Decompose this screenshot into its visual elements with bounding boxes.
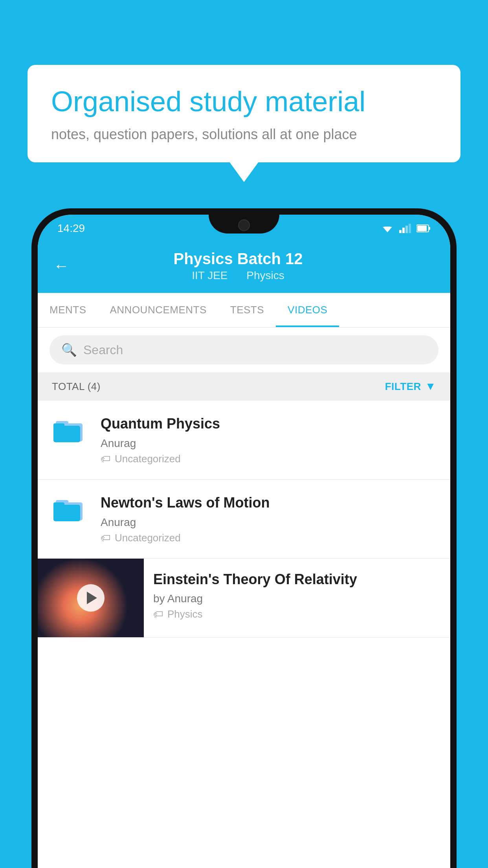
video-info-3: Einstein's Theory Of Relativity by Anura…	[144, 559, 450, 633]
folder-icon-1	[50, 415, 89, 443]
filter-label: FILTER	[385, 381, 421, 393]
back-button[interactable]: ←	[53, 257, 69, 275]
list-item[interactable]: Newton's Laws of Motion Anurag 🏷 Uncateg…	[38, 480, 450, 559]
video-author-1: Anurag	[101, 437, 438, 450]
folder-svg	[53, 415, 85, 443]
video-title-3: Einstein's Theory Of Relativity	[153, 570, 441, 589]
list-item[interactable]: Quantum Physics Anurag 🏷 Uncategorized	[38, 401, 450, 480]
bubble-title: Organised study material	[51, 85, 437, 118]
list-item[interactable]: Einstein's Theory Of Relativity by Anura…	[38, 559, 450, 638]
search-bar[interactable]: 🔍 Search	[50, 335, 438, 364]
status-bar: 14:29	[38, 215, 450, 242]
video-author-2: Anurag	[101, 516, 438, 529]
app-bar: ← Physics Batch 12 IIT JEE Physics	[38, 242, 450, 293]
app-bar-title: Physics Batch 12	[81, 250, 395, 268]
notch	[209, 215, 279, 234]
app-bar-title-container: Physics Batch 12 IIT JEE Physics	[81, 250, 395, 282]
folder-svg-2	[53, 494, 85, 522]
svg-rect-3	[402, 228, 405, 233]
tab-tests[interactable]: TESTS	[218, 293, 276, 327]
play-triangle-icon	[87, 592, 97, 604]
status-icons	[381, 224, 431, 233]
status-time: 14:29	[57, 222, 85, 235]
tag-icon-1: 🏷	[101, 453, 111, 465]
tag-text-1: Uncategorized	[115, 453, 181, 465]
tabs-container: MENTS ANNOUNCEMENTS TESTS VIDEOS	[38, 293, 450, 327]
svg-rect-8	[417, 226, 427, 231]
video-author-3: by Anurag	[153, 592, 441, 605]
filter-button[interactable]: FILTER ▼	[385, 380, 436, 393]
tag-icon-3: 🏷	[153, 608, 163, 620]
phone-screen: 14:29	[38, 215, 450, 868]
svg-rect-4	[405, 226, 408, 233]
svg-rect-7	[429, 227, 430, 230]
search-icon: 🔍	[61, 342, 77, 357]
tab-announcements[interactable]: ANNOUNCEMENTS	[98, 293, 218, 327]
front-camera	[238, 219, 250, 231]
video-title-1: Quantum Physics	[101, 415, 438, 433]
tab-videos[interactable]: VIDEOS	[276, 293, 339, 327]
video-tag-1: 🏷 Uncategorized	[101, 453, 438, 465]
svg-rect-12	[53, 423, 64, 429]
folder-icon-2	[50, 494, 89, 522]
filter-icon: ▼	[425, 380, 436, 393]
battery-icon	[416, 224, 431, 233]
tag-text-2: Uncategorized	[115, 532, 181, 544]
video-info-1: Quantum Physics Anurag 🏷 Uncategorized	[101, 415, 438, 465]
phone-frame: 14:29	[31, 208, 457, 868]
bubble-subtitle: notes, question papers, solutions all at…	[51, 126, 437, 143]
search-placeholder: Search	[83, 343, 123, 357]
tab-ments[interactable]: MENTS	[38, 293, 98, 327]
tag-text-3: Physics	[167, 608, 203, 620]
video-info-2: Newton's Laws of Motion Anurag 🏷 Uncateg…	[101, 494, 438, 544]
tag-icon-2: 🏷	[101, 532, 111, 544]
play-button[interactable]	[77, 584, 105, 612]
app-bar-subtitle: IIT JEE Physics	[81, 269, 395, 282]
video-list: Quantum Physics Anurag 🏷 Uncategorized	[38, 401, 450, 638]
speech-bubble: Organised study material notes, question…	[28, 65, 460, 162]
video-title-2: Newton's Laws of Motion	[101, 494, 438, 512]
signal-icon	[399, 224, 411, 233]
subtitle-physics: Physics	[246, 269, 284, 281]
phone-inner: 14:29	[38, 215, 450, 868]
video-tag-2: 🏷 Uncategorized	[101, 532, 438, 544]
video-tag-3: 🏷 Physics	[153, 608, 441, 620]
total-count: TOTAL (4)	[52, 381, 101, 393]
search-bar-container: 🔍 Search	[38, 327, 450, 372]
svg-rect-5	[409, 224, 411, 233]
video-thumbnail	[38, 559, 144, 637]
subtitle-iitjee: IIT JEE	[192, 269, 227, 281]
filter-bar: TOTAL (4) FILTER ▼	[38, 372, 450, 401]
wifi-icon	[381, 224, 394, 233]
svg-rect-16	[53, 502, 64, 508]
svg-rect-2	[399, 230, 402, 233]
